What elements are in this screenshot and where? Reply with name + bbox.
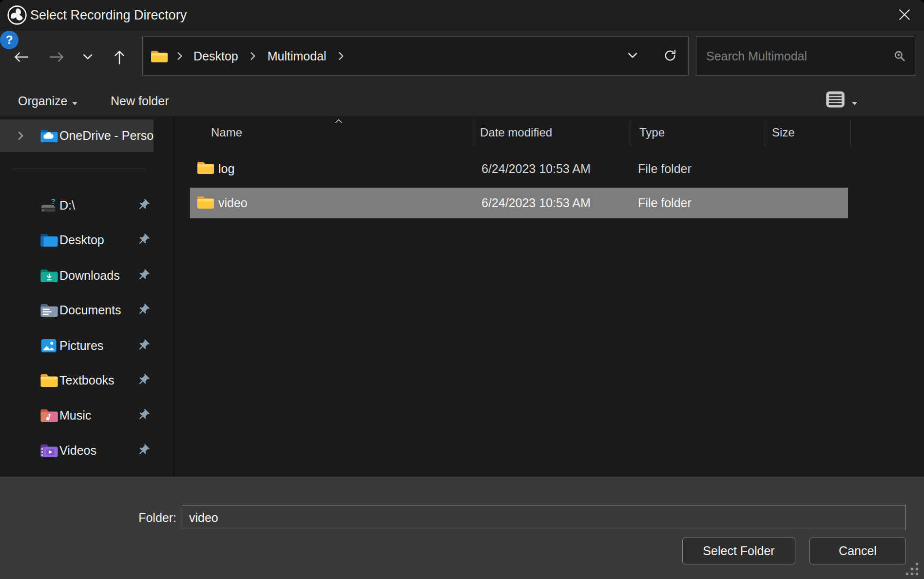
documents-folder-icon bbox=[40, 302, 58, 318]
downloads-folder-icon bbox=[40, 268, 58, 283]
help-icon: ? bbox=[6, 33, 13, 46]
file-list-pane: Name Date modified Type Size log 6/24/20… bbox=[175, 116, 924, 477]
file-date-modified: 6/24/2023 10:53 AM bbox=[481, 188, 591, 218]
dialog-footer: Folder: Select Folder Cancel bbox=[0, 477, 924, 579]
column-header-type[interactable]: Type bbox=[639, 123, 665, 142]
new-folder-label: New folder bbox=[111, 94, 169, 108]
pin-icon bbox=[136, 408, 150, 422]
sidebar-item-desktop[interactable]: Desktop bbox=[0, 224, 154, 255]
column-divider bbox=[631, 120, 631, 145]
up-button[interactable] bbox=[108, 46, 131, 69]
window-title: Select Recording Directory bbox=[30, 0, 187, 31]
file-name: log bbox=[218, 154, 234, 183]
svg-text:?: ? bbox=[51, 197, 56, 205]
search-icon bbox=[893, 50, 906, 64]
file-dialog-window: Select Recording Directory bbox=[0, 0, 924, 579]
pin-icon bbox=[136, 339, 150, 352]
chevron-down-icon bbox=[627, 52, 638, 60]
pictures-icon bbox=[40, 338, 58, 353]
dialog-content: OneDrive - Perso ? D:\ bbox=[0, 116, 924, 477]
sidebar-item-label: Textbooks bbox=[59, 365, 115, 396]
file-row-video[interactable]: video 6/24/2023 10:53 AM File folder bbox=[190, 188, 848, 218]
new-folder-button[interactable]: New folder bbox=[111, 88, 169, 114]
recent-locations-dropdown[interactable] bbox=[77, 46, 99, 69]
address-dropdown-button[interactable] bbox=[618, 37, 647, 75]
sidebar-item-label: Videos bbox=[59, 435, 96, 466]
pane-divider bbox=[173, 116, 174, 477]
refresh-icon bbox=[663, 49, 677, 64]
sidebar-item-label: Pictures bbox=[59, 330, 103, 361]
desktop-folder-icon bbox=[40, 232, 58, 248]
sidebar-item-textbooks[interactable]: Textbooks bbox=[0, 365, 154, 396]
back-arrow-icon bbox=[13, 51, 29, 65]
titlebar: Select Recording Directory bbox=[0, 0, 924, 31]
onedrive-folder-icon bbox=[40, 128, 58, 145]
sidebar-item-d-drive[interactable]: ? D:\ bbox=[0, 190, 154, 221]
close-icon bbox=[899, 9, 910, 22]
drive-icon: ? bbox=[40, 197, 58, 213]
folder-icon bbox=[40, 372, 58, 388]
caret-down-icon bbox=[852, 94, 857, 108]
pin-icon bbox=[136, 233, 150, 247]
sidebar-item-label: Documents bbox=[59, 294, 121, 326]
view-mode-button[interactable] bbox=[826, 88, 845, 114]
sidebar-item-music[interactable]: Music bbox=[0, 400, 154, 431]
sidebar-item-videos[interactable]: Videos bbox=[0, 435, 154, 466]
chevron-right-icon bbox=[250, 52, 256, 60]
file-type: File folder bbox=[638, 154, 692, 183]
chevron-right-icon bbox=[338, 52, 344, 60]
column-divider bbox=[473, 120, 473, 145]
pin-icon bbox=[136, 373, 150, 387]
forward-button[interactable] bbox=[46, 46, 68, 69]
folder-icon bbox=[197, 160, 214, 177]
obs-logo-icon bbox=[7, 5, 27, 25]
sidebar-item-label: Downloads bbox=[59, 260, 120, 291]
file-type: File folder bbox=[638, 188, 692, 218]
pin-icon bbox=[136, 269, 150, 282]
folder-label: Folder: bbox=[78, 505, 176, 530]
sidebar-item-onedrive[interactable]: OneDrive - Perso bbox=[0, 119, 154, 152]
sidebar-item-pictures[interactable]: Pictures bbox=[0, 330, 154, 361]
column-header-name[interactable]: Name bbox=[211, 123, 242, 142]
close-button[interactable] bbox=[889, 3, 920, 27]
column-divider bbox=[765, 120, 765, 145]
column-header-date-modified[interactable]: Date modified bbox=[480, 123, 552, 142]
back-button[interactable] bbox=[10, 46, 32, 69]
videos-folder-icon bbox=[40, 443, 58, 458]
expand-chevron-icon[interactable] bbox=[18, 131, 24, 142]
resize-grip[interactable] bbox=[906, 563, 919, 576]
sidebar-item-label: OneDrive - Perso bbox=[59, 119, 154, 152]
select-folder-button[interactable]: Select Folder bbox=[682, 538, 795, 564]
view-mode-dropdown[interactable] bbox=[852, 88, 857, 114]
column-divider bbox=[850, 120, 851, 145]
music-folder-icon bbox=[40, 407, 58, 423]
breadcrumb-segment-multimodal[interactable]: Multimodal bbox=[268, 49, 327, 63]
sidebar-item-label: Music bbox=[59, 400, 91, 431]
file-row-log[interactable]: log 6/24/2023 10:53 AM File folder bbox=[190, 154, 848, 183]
search-box bbox=[696, 37, 915, 76]
folder-icon bbox=[197, 195, 214, 212]
pin-icon bbox=[136, 198, 150, 212]
up-arrow-icon bbox=[113, 49, 126, 67]
organize-button[interactable]: Organize bbox=[18, 88, 77, 114]
navigation-sidebar: OneDrive - Perso ? D:\ bbox=[0, 116, 154, 477]
folder-name-input[interactable] bbox=[182, 505, 906, 530]
sidebar-item-documents[interactable]: Documents bbox=[0, 294, 154, 326]
column-header-size[interactable]: Size bbox=[772, 123, 795, 142]
sidebar-item-label: Desktop bbox=[59, 224, 104, 255]
sidebar-item-label: D:\ bbox=[59, 190, 75, 221]
refresh-button[interactable] bbox=[655, 37, 685, 75]
cancel-button[interactable]: Cancel bbox=[809, 538, 906, 564]
list-view-icon bbox=[826, 91, 845, 111]
file-date-modified: 6/24/2023 10:53 AM bbox=[481, 154, 591, 183]
organize-label: Organize bbox=[18, 94, 67, 108]
breadcrumb-segment-desktop[interactable]: Desktop bbox=[193, 49, 238, 63]
sidebar-separator bbox=[12, 169, 145, 169]
sort-ascending-icon bbox=[335, 116, 343, 125]
navigation-chrome: Desktop Multimodal bbox=[0, 31, 924, 116]
sidebar-item-downloads[interactable]: Downloads bbox=[0, 260, 154, 291]
chevron-right-icon bbox=[177, 52, 183, 60]
pin-icon bbox=[136, 444, 150, 457]
search-input[interactable] bbox=[696, 37, 915, 75]
caret-down-icon bbox=[72, 94, 77, 108]
